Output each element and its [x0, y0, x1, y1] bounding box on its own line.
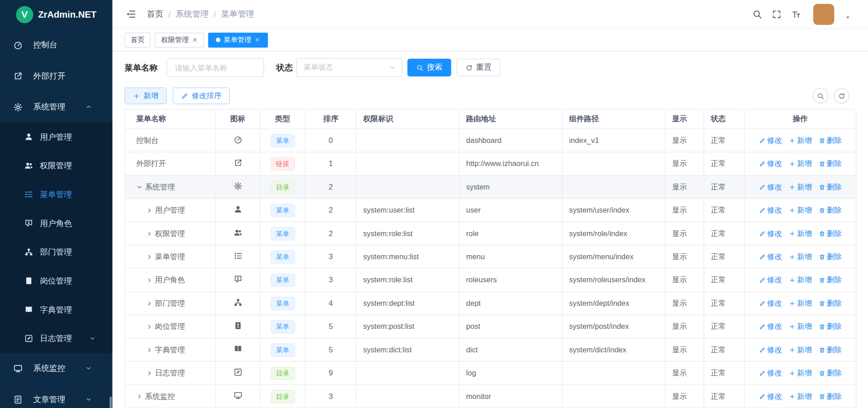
- add-row-button[interactable]: 新增: [788, 228, 811, 238]
- expand-row-icon[interactable]: [146, 370, 153, 376]
- menu-name-input[interactable]: [167, 58, 264, 77]
- add-row-button[interactable]: 新增: [788, 298, 811, 308]
- delete-row-button[interactable]: 删除: [818, 368, 841, 378]
- expand-row-icon[interactable]: [146, 253, 153, 260]
- expand-row-icon[interactable]: [136, 393, 143, 400]
- menu-component: system/user/index: [562, 199, 665, 222]
- expand-row-icon[interactable]: [146, 207, 153, 213]
- sidebar-item-log-management[interactable]: 日志管理: [0, 324, 113, 353]
- search-button[interactable]: 搜索: [407, 59, 451, 76]
- edit-row-button-label: 修改: [767, 228, 782, 238]
- edit-row-button[interactable]: 修改: [759, 159, 782, 169]
- edit-row-button[interactable]: 修改: [759, 345, 782, 355]
- tab-menu-management[interactable]: 菜单管理: [208, 33, 268, 47]
- edit-row-button[interactable]: 修改: [759, 228, 782, 238]
- sidebar-item-user-management[interactable]: 用户管理: [0, 123, 113, 152]
- edit-row-button[interactable]: 修改: [759, 298, 782, 308]
- expand-row-icon[interactable]: [146, 300, 153, 307]
- sidebar-item-system-monitor[interactable]: 系统监控: [0, 353, 113, 384]
- edit-row-button[interactable]: 修改: [759, 252, 782, 262]
- sidebar-item-dept-management[interactable]: 部门管理: [0, 237, 113, 266]
- sidebar-item-article-management[interactable]: 文章管理: [0, 384, 113, 408]
- header-search-icon[interactable]: [752, 9, 762, 19]
- sidebar-item-system-management[interactable]: 系统管理: [0, 91, 113, 123]
- add-row-button[interactable]: 新增: [788, 275, 811, 285]
- trash-icon: [818, 300, 825, 307]
- menu-name-cell: 用户角色: [125, 268, 216, 291]
- fullscreen-icon[interactable]: [772, 9, 782, 19]
- expand-row-icon[interactable]: [146, 230, 153, 237]
- tab-home[interactable]: 首页: [125, 33, 151, 47]
- add-row-button[interactable]: 新增: [788, 252, 811, 262]
- edit-row-button[interactable]: 修改: [759, 391, 782, 401]
- sidebar-item-menu-management[interactable]: 菜单管理: [0, 180, 113, 209]
- table-row: 控制台菜单0dashboardindex_v1显示正常修改新增删除: [125, 129, 856, 152]
- tab-close-icon[interactable]: [192, 37, 198, 43]
- sidebar-item-dashboard[interactable]: 控制台: [0, 29, 113, 61]
- sidebar-item-label: 权限管理: [40, 160, 72, 171]
- edit-row-button[interactable]: 修改: [759, 275, 782, 285]
- add-row-button[interactable]: 新增: [788, 368, 811, 378]
- delete-row-button[interactable]: 删除: [818, 159, 841, 169]
- sidebar-item-post-management[interactable]: 岗位管理: [0, 266, 113, 295]
- delete-row-button[interactable]: 删除: [818, 275, 841, 285]
- tab-close-icon[interactable]: [255, 37, 260, 43]
- add-row-button[interactable]: 新增: [788, 322, 811, 332]
- sidebar-item-dict-management[interactable]: 字典管理: [0, 295, 113, 324]
- toggle-search-button[interactable]: [813, 88, 828, 104]
- trash-icon: [818, 346, 825, 353]
- sort-button[interactable]: 修改排序: [173, 87, 230, 104]
- delete-row-button-label: 删除: [827, 368, 842, 378]
- delete-row-button[interactable]: 删除: [818, 345, 841, 355]
- menu-name-input-field[interactable]: [174, 63, 257, 72]
- expand-row-icon[interactable]: [146, 323, 153, 330]
- delete-row-button[interactable]: 删除: [818, 298, 841, 308]
- hamburger-icon[interactable]: [126, 9, 136, 19]
- reset-button[interactable]: 重置: [457, 59, 500, 76]
- menu-name: 系统监控: [145, 391, 175, 401]
- add-row-button[interactable]: 新增: [788, 345, 811, 355]
- delete-row-button[interactable]: 删除: [818, 205, 841, 215]
- menu-icon-cell: [216, 361, 260, 384]
- add-row-button[interactable]: 新增: [788, 135, 811, 145]
- add-row-button[interactable]: 新增: [788, 391, 811, 401]
- edit-row-button[interactable]: 修改: [759, 205, 782, 215]
- sidebar-scrollbar[interactable]: [109, 397, 112, 408]
- edit-row-button[interactable]: 修改: [759, 135, 782, 145]
- status-select[interactable]: 菜单状态: [296, 58, 402, 77]
- breadcrumb-item[interactable]: 首页: [146, 9, 163, 19]
- font-size-icon[interactable]: [791, 9, 801, 19]
- app-logo[interactable]: V ZrAdmin.NET: [0, 0, 113, 29]
- expand-row-icon[interactable]: [146, 346, 153, 353]
- edit-row-button[interactable]: 修改: [759, 182, 782, 192]
- sidebar-item-external-open[interactable]: 外部打开: [0, 60, 113, 91]
- sidebar-item-label: 文章管理: [33, 394, 65, 404]
- add-row-button[interactable]: 新增: [788, 205, 811, 215]
- delete-row-button[interactable]: 删除: [818, 252, 841, 262]
- delete-row-button[interactable]: 删除: [818, 182, 841, 192]
- delete-row-button[interactable]: 删除: [818, 228, 841, 238]
- user-menu-caret-icon[interactable]: [844, 14, 851, 21]
- edit-row-button[interactable]: 修改: [759, 322, 782, 332]
- add-row-button[interactable]: 新增: [788, 182, 811, 192]
- tab-role-management[interactable]: 权限管理: [155, 33, 204, 47]
- gear-icon: [13, 102, 23, 112]
- menu-name-cell: 外部打开: [125, 152, 216, 175]
- add-button[interactable]: 新增: [125, 87, 167, 104]
- row-actions: 修改新增删除: [747, 298, 854, 308]
- delete-row-button[interactable]: 删除: [818, 322, 841, 332]
- delete-row-button[interactable]: 删除: [818, 135, 841, 145]
- menu-order: 5: [305, 338, 356, 361]
- menu-actions-cell: 修改新增删除: [744, 129, 856, 152]
- add-row-button[interactable]: 新增: [788, 159, 811, 169]
- row-actions: 修改新增删除: [747, 135, 854, 145]
- sidebar-item-user-role[interactable]: 用户角色: [0, 209, 113, 238]
- expand-row-icon[interactable]: [146, 277, 153, 284]
- user-avatar[interactable]: [813, 4, 835, 25]
- menu-visible: 显示: [665, 361, 704, 384]
- collapse-row-icon[interactable]: [136, 184, 143, 190]
- edit-row-button[interactable]: 修改: [759, 368, 782, 378]
- delete-row-button[interactable]: 删除: [818, 391, 841, 401]
- refresh-table-button[interactable]: [834, 88, 849, 104]
- sidebar-item-role-management[interactable]: 权限管理: [0, 151, 113, 180]
